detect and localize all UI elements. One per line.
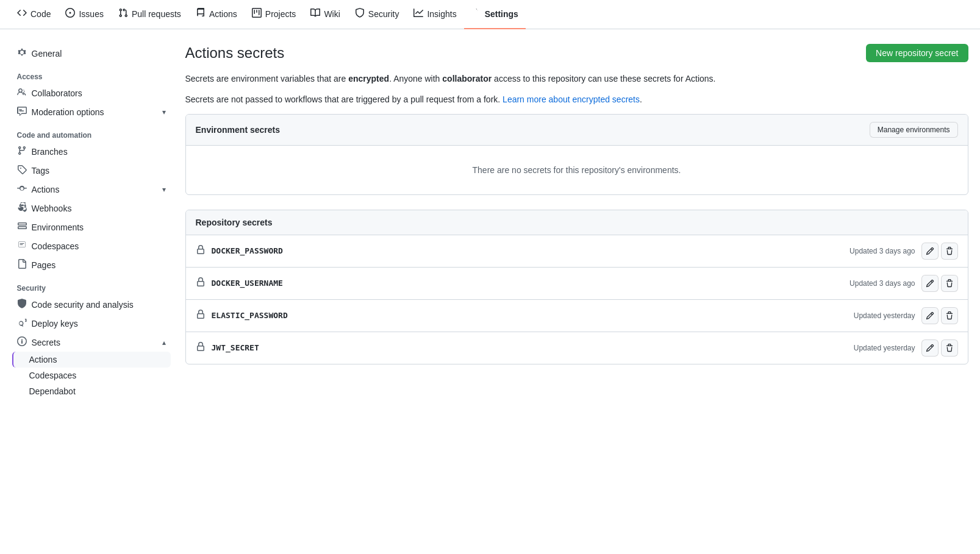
- issues-icon: [65, 8, 75, 20]
- sidebar-collaborators-label: Collaborators: [32, 88, 82, 98]
- desc1-start: Secrets are environment variables that a…: [185, 74, 349, 83]
- sidebar-secrets-dependabot-label: Dependabot: [29, 386, 76, 396]
- desc2-end: .: [640, 94, 642, 104]
- wiki-icon: [310, 8, 320, 20]
- nav-pullrequests-label: Pull requests: [132, 9, 181, 19]
- edit-secret-button[interactable]: [921, 339, 939, 357]
- secret-name: JWT_SECRET: [212, 343, 259, 352]
- table-row: JWT_SECRET Updated yesterday: [186, 332, 968, 364]
- delete-secret-button[interactable]: [941, 307, 958, 324]
- secrets-icon: [17, 336, 27, 348]
- sidebar-collaborators[interactable]: Collaborators: [12, 83, 171, 102]
- sidebar-general[interactable]: General: [12, 44, 171, 63]
- delete-secret-button[interactable]: [941, 339, 958, 357]
- nav-wiki[interactable]: Wiki: [303, 0, 347, 29]
- lock-icon: [196, 342, 206, 353]
- branches-icon: [17, 146, 27, 157]
- page-layout: General Access Collaborators Moderation …: [2, 29, 978, 414]
- edit-secret-button[interactable]: [921, 307, 939, 324]
- secret-right-0: Updated 3 days ago: [849, 243, 957, 260]
- secret-right-2: Updated yesterday: [854, 307, 958, 324]
- webhooks-icon: [17, 202, 27, 214]
- secret-name: DOCKER_PASSWORD: [212, 246, 283, 255]
- secret-actions: [921, 275, 958, 292]
- chevron-down-icon-2: ▾: [162, 185, 166, 194]
- sidebar-code-security[interactable]: Code security and analysis: [12, 295, 171, 314]
- nav-insights[interactable]: Insights: [406, 0, 463, 29]
- environment-secrets-section: Environment secrets Manage environments …: [185, 114, 968, 195]
- repo-secrets-header: Repository secrets: [186, 210, 968, 235]
- edit-secret-button[interactable]: [921, 275, 939, 292]
- nav-code[interactable]: Code: [10, 0, 58, 29]
- sidebar-code-security-label: Code security and analysis: [32, 300, 134, 310]
- sidebar-branches-label: Branches: [32, 147, 68, 157]
- sidebar-secrets-codespaces[interactable]: Codespaces: [12, 368, 171, 383]
- lock-icon: [196, 245, 206, 257]
- delete-secret-button[interactable]: [941, 275, 958, 292]
- nav-projects[interactable]: Projects: [245, 0, 304, 29]
- pages-icon: [17, 259, 27, 271]
- desc1-bold1: encrypted: [348, 74, 389, 83]
- learn-more-link[interactable]: Learn more about encrypted secrets: [503, 94, 640, 104]
- page-title: Actions secrets: [185, 44, 285, 62]
- sidebar-secrets-actions[interactable]: Actions: [12, 352, 171, 368]
- sidebar-branches[interactable]: Branches: [12, 142, 171, 161]
- sidebar-pages[interactable]: Pages: [12, 255, 171, 274]
- sidebar-automation-section: Code and automation: [12, 121, 171, 142]
- tags-icon: [17, 165, 27, 176]
- pullrequest-icon: [118, 8, 128, 20]
- sidebar-environments-label: Environments: [32, 222, 84, 232]
- delete-secret-button[interactable]: [941, 243, 958, 260]
- edit-secret-button[interactable]: [921, 243, 939, 260]
- actions-nav-icon: [196, 8, 206, 20]
- sidebar-secrets-dependabot[interactable]: Dependabot: [12, 383, 171, 399]
- sidebar-actions[interactable]: Actions ▾: [12, 180, 171, 199]
- gear-icon: [17, 48, 27, 59]
- sidebar-deploy-keys[interactable]: Deploy keys: [12, 314, 171, 333]
- table-row: ELASTIC_PASSWORD Updated yesterday: [186, 300, 968, 332]
- sidebar-access-section: Access: [12, 63, 171, 83]
- nav-actions[interactable]: Actions: [188, 0, 245, 29]
- nav-pullrequests[interactable]: Pull requests: [111, 0, 188, 29]
- table-row: DOCKER_USERNAME Updated 3 days ago: [186, 268, 968, 300]
- secret-updated: Updated yesterday: [854, 344, 915, 352]
- moderation-icon: [17, 106, 27, 118]
- sidebar-environments[interactable]: Environments: [12, 218, 171, 236]
- nav-settings[interactable]: Settings: [464, 0, 526, 29]
- env-secrets-header: Environment secrets Manage environments: [186, 115, 968, 146]
- nav-settings-label: Settings: [485, 9, 518, 19]
- desc1-middle: . Anyone with: [389, 74, 442, 83]
- new-secret-button[interactable]: New repository secret: [866, 44, 968, 62]
- sidebar-tags[interactable]: Tags: [12, 161, 171, 180]
- secret-actions: [921, 339, 958, 357]
- secret-left-1: DOCKER_USERNAME: [196, 277, 283, 289]
- sidebar-tags-label: Tags: [32, 166, 50, 176]
- sidebar-moderation[interactable]: Moderation options ▾: [12, 102, 171, 121]
- nav-issues-label: Issues: [79, 9, 103, 19]
- sidebar-moderation-label: Moderation options: [32, 107, 104, 117]
- secret-actions: [921, 243, 958, 260]
- secret-left-2: ELASTIC_PASSWORD: [196, 310, 288, 321]
- nav-projects-label: Projects: [265, 9, 296, 19]
- projects-icon: [252, 8, 262, 20]
- manage-environments-button[interactable]: Manage environments: [870, 122, 958, 138]
- page-header: Actions secrets New repository secret: [185, 44, 968, 62]
- nav-wiki-label: Wiki: [324, 9, 340, 19]
- sidebar-secrets[interactable]: Secrets ▴: [12, 333, 171, 352]
- sidebar-codespaces[interactable]: Codespaces: [12, 236, 171, 255]
- sidebar-codespaces-label: Codespaces: [32, 241, 79, 251]
- sidebar-actions-label: Actions: [32, 185, 60, 194]
- nav-security[interactable]: Security: [348, 0, 407, 29]
- sidebar-webhooks[interactable]: Webhooks: [12, 199, 171, 218]
- secret-updated: Updated 3 days ago: [849, 279, 915, 288]
- desc2-start: Secrets are not passed to workflows that…: [185, 94, 503, 104]
- settings-nav-icon: [471, 8, 481, 20]
- sidebar-deploy-keys-label: Deploy keys: [32, 319, 78, 328]
- nav-issues[interactable]: Issues: [58, 0, 110, 29]
- codespaces-icon: [17, 240, 27, 252]
- sidebar-webhooks-label: Webhooks: [32, 204, 72, 213]
- deploy-keys-icon: [17, 318, 27, 329]
- sidebar-secrets-codespaces-label: Codespaces: [29, 371, 77, 380]
- repository-secrets-section: Repository secrets DOCKER_PASSWORD Updat…: [185, 210, 968, 364]
- secret-left-0: DOCKER_PASSWORD: [196, 245, 283, 257]
